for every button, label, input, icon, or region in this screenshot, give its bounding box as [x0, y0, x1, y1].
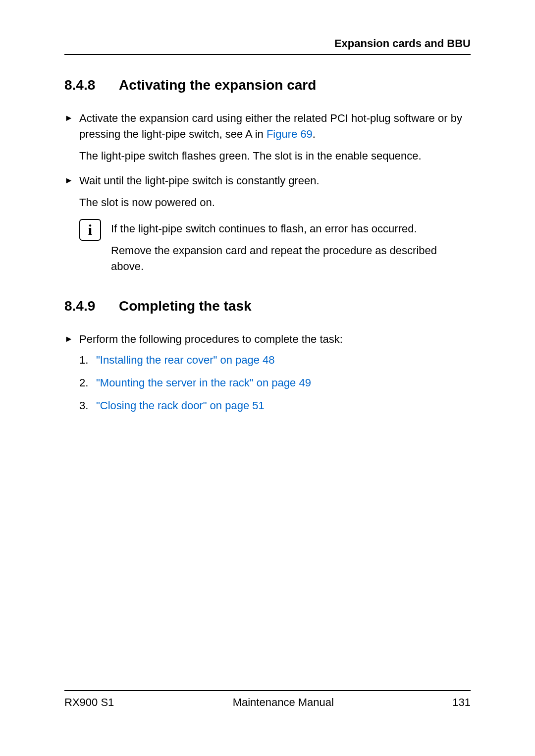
header-rule — [64, 54, 471, 55]
section-number: 8.4.9 — [64, 298, 119, 314]
section-title: Activating the expansion card — [119, 77, 316, 93]
procedure-list: 1. "Installing the rear cover" on page 4… — [79, 352, 471, 414]
section-heading-849: 8.4.9Completing the task — [64, 298, 471, 314]
list-item: 1. "Installing the rear cover" on page 4… — [79, 352, 471, 368]
step-bullet: ► Wait until the light-pipe switch is co… — [64, 173, 471, 189]
section-number: 8.4.8 — [64, 77, 119, 93]
footer-page-number: 131 — [452, 696, 471, 709]
step-text: Perform the following procedures to comp… — [79, 331, 471, 347]
footer-product: RX900 S1 — [64, 696, 114, 709]
list-item: 3. "Closing the rack door" on page 51 — [79, 398, 471, 414]
cross-reference-link[interactable]: "Mounting the server in the rack" on pag… — [96, 375, 311, 391]
step-text: Wait until the light-pipe switch is cons… — [79, 173, 471, 189]
note-paragraph: Remove the expansion card and repeat the… — [111, 243, 471, 274]
list-item: 2. "Mounting the server in the rack" on … — [79, 375, 471, 391]
info-note: i If the light-pipe switch continues to … — [79, 219, 471, 280]
section-heading-848: 8.4.8Activating the expansion card — [64, 77, 471, 93]
step-text: Activate the expansion card using either… — [79, 110, 471, 142]
note-body: If the light-pipe switch continues to fl… — [111, 219, 471, 280]
page-header: Expansion cards and BBU — [64, 37, 471, 55]
cross-reference-link[interactable]: "Installing the rear cover" on page 48 — [96, 352, 275, 368]
note-paragraph: If the light-pipe switch continues to fl… — [111, 221, 471, 237]
info-icon: i — [79, 219, 101, 241]
footer-line: RX900 S1 Maintenance Manual 131 — [64, 696, 471, 709]
list-number: 1. — [79, 352, 96, 368]
bullet-marker-icon: ► — [64, 331, 79, 345]
document-page: Expansion cards and BBU 8.4.8Activating … — [0, 0, 535, 756]
cross-reference-link[interactable]: "Closing the rack door" on page 51 — [96, 398, 265, 414]
bullet-marker-icon: ► — [64, 110, 79, 124]
list-number: 2. — [79, 375, 96, 391]
header-title: Expansion cards and BBU — [64, 37, 471, 54]
step-bullet: ► Activate the expansion card using eith… — [64, 110, 471, 142]
list-number: 3. — [79, 398, 96, 414]
page-footer: RX900 S1 Maintenance Manual 131 — [64, 690, 471, 709]
paragraph: The light-pipe switch flashes green. The… — [79, 148, 471, 164]
step-text-post: . — [313, 128, 316, 140]
bullet-marker-icon: ► — [64, 173, 79, 187]
step-bullet: ► Perform the following procedures to co… — [64, 331, 471, 347]
footer-rule — [64, 690, 471, 691]
section-title: Completing the task — [119, 298, 252, 314]
paragraph: The slot is now powered on. — [79, 195, 471, 211]
figure-link[interactable]: Figure 69 — [267, 128, 313, 140]
footer-doc-title: Maintenance Manual — [233, 696, 334, 709]
